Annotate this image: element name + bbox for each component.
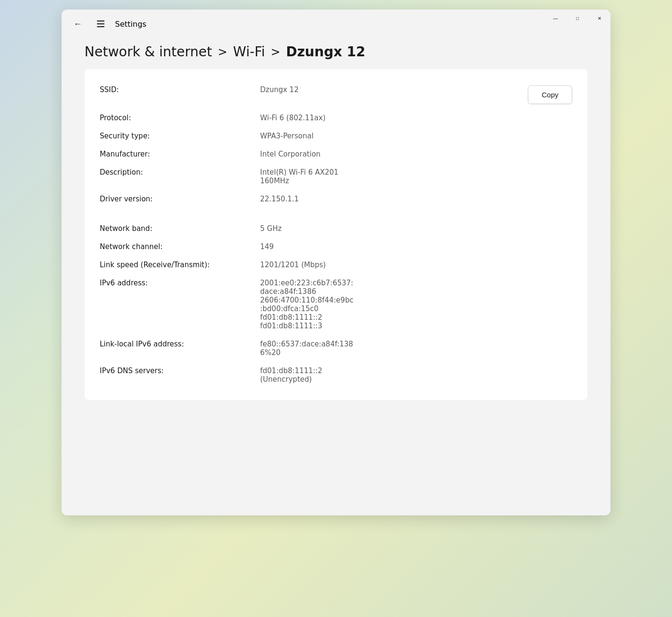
breadcrumb-network-internet[interactable]: Network & internet	[84, 44, 212, 60]
close-button[interactable]: ✕	[588, 10, 610, 27]
breadcrumb-wifi[interactable]: Wi-Fi	[233, 44, 265, 60]
section-divider	[100, 208, 572, 220]
hamburger-line	[97, 21, 105, 21]
security-type-row: Security type: WPA3-Personal	[100, 127, 572, 145]
driver-version-value: 22.150.1.1	[260, 195, 572, 203]
driver-version-label: Driver version:	[100, 195, 252, 203]
manufacturer-row: Manufacturer: Intel Corporation	[100, 145, 572, 163]
link-speed-value: 1201/1201 (Mbps)	[260, 261, 572, 269]
ipv6-dns-row: IPv6 DNS servers: fd01:db8:1111::2 (Unen…	[100, 362, 572, 388]
ssid-label: SSID:	[100, 85, 252, 94]
network-channel-label: Network channel:	[100, 242, 252, 251]
network-band-row: Network band: 5 GHz	[100, 220, 572, 238]
link-speed-label: Link speed (Receive/Transmit):	[100, 261, 252, 269]
manufacturer-value: Intel Corporation	[260, 150, 572, 158]
hamburger-line	[97, 23, 105, 24]
description-label: Description:	[100, 168, 252, 177]
app-title: Settings	[115, 20, 147, 29]
minimize-button[interactable]: —	[545, 10, 567, 27]
network-channel-row: Network channel: 149	[100, 238, 572, 256]
breadcrumb-sep-1: >	[218, 45, 227, 59]
ipv6-address-value: 2001:ee0:223:c6b7:6537: dace:a84f:1386 2…	[260, 279, 572, 330]
breadcrumb: Network & internet > Wi-Fi > Dzungx 12	[62, 36, 610, 69]
ipv6-address-label: IPv6 address:	[100, 279, 252, 287]
network-band-value: 5 GHz	[260, 224, 572, 233]
description-value: Intel(R) Wi-Fi 6 AX201 160MHz	[260, 168, 572, 185]
link-speed-row: Link speed (Receive/Transmit): 1201/1201…	[100, 256, 572, 274]
security-type-value: WPA3-Personal	[260, 132, 572, 140]
hamburger-line	[97, 26, 105, 27]
protocol-row: Protocol: Wi-Fi 6 (802.11ax)	[100, 109, 572, 127]
driver-version-row: Driver version: 22.150.1.1	[100, 190, 572, 208]
link-local-ipv6-row: Link-local IPv6 address: fe80::6537:dace…	[100, 335, 572, 362]
back-button[interactable]: ←	[69, 15, 86, 32]
ssid-value: Dzungx 12	[260, 85, 528, 94]
ipv6-address-row: IPv6 address: 2001:ee0:223:c6b7:6537: da…	[100, 274, 572, 335]
ssid-row: SSID: Dzungx 12 Copy	[100, 81, 572, 109]
ipv6-dns-label: IPv6 DNS servers:	[100, 366, 252, 375]
link-local-ipv6-label: Link-local IPv6 address:	[100, 340, 252, 348]
breadcrumb-current: Dzungx 12	[286, 44, 365, 60]
manufacturer-label: Manufacturer:	[100, 150, 252, 158]
copy-button[interactable]: Copy	[528, 85, 572, 104]
breadcrumb-sep-2: >	[271, 45, 280, 59]
protocol-value: Wi-Fi 6 (802.11ax)	[260, 114, 572, 122]
ipv6-dns-value: fd01:db8:1111::2 (Unencrypted)	[260, 366, 572, 384]
description-row: Description: Intel(R) Wi-Fi 6 AX201 160M…	[100, 163, 572, 190]
security-type-label: Security type:	[100, 132, 252, 140]
network-band-label: Network band:	[100, 224, 252, 233]
maximize-button[interactable]: □	[567, 10, 588, 27]
network-channel-value: 149	[260, 242, 572, 251]
hamburger-menu-button[interactable]	[92, 15, 109, 32]
window-controls: — □ ✕	[545, 10, 610, 27]
settings-window: ← Settings — □ ✕ Network & internet > Wi…	[62, 10, 610, 515]
title-bar: ← Settings — □ ✕	[62, 10, 610, 36]
link-local-ipv6-value: fe80::6537:dace:a84f:138 6%20	[260, 340, 572, 357]
content-area: SSID: Dzungx 12 Copy Protocol: Wi-Fi 6 (…	[62, 69, 610, 515]
protocol-label: Protocol:	[100, 114, 252, 122]
info-card: SSID: Dzungx 12 Copy Protocol: Wi-Fi 6 (…	[84, 69, 588, 400]
